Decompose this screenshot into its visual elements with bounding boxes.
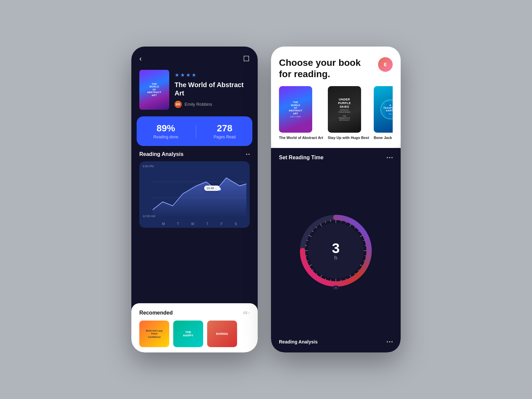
right-bottom-section: Set Reading Time — [271, 148, 401, 352]
screens-container: ‹ ☐ THE WORLD OF ABSTRACT ART ★ — [131, 47, 401, 352]
right-analysis-header: Reading Analysis — [279, 336, 393, 347]
book-info: ★ ★ ★ ★ The World of Abstract Art ER Emi… — [175, 72, 250, 108]
pause-indicator: II — [332, 286, 339, 290]
author-name: Emily Robbins — [185, 102, 212, 107]
dot-3 — [387, 157, 388, 158]
chart-x-labels: M T W T F S — [153, 220, 246, 226]
dot-1 — [246, 154, 247, 155]
pages-count: 278 — [214, 123, 236, 134]
svg-line-32 — [305, 245, 307, 245]
star-rating: ★ ★ ★ ★ — [175, 72, 250, 78]
book-thumb-3: ATEASPOONEARTH SEA — [374, 86, 393, 133]
x-label-t2: T — [206, 222, 208, 226]
user-avatar[interactable]: E — [378, 57, 393, 72]
book-cover: THE WORLD OF ABSTRACT ART — [139, 70, 169, 110]
timer-value: 3 — [332, 240, 339, 256]
bt-subtitle-2: EDITED BYFRANK BONESTHEMINNEAPOLISANTHOL… — [338, 109, 350, 121]
svg-line-37 — [320, 223, 322, 226]
x-label-f: F — [220, 222, 222, 226]
analysis-title: Reading Analysis — [139, 151, 184, 157]
bt-title-1: THEWORLDOFABSTRACTART — [289, 101, 303, 115]
star-1: ★ — [175, 72, 179, 78]
reading-done-label: Reading done — [153, 135, 178, 139]
analysis-header: Reading Analysis — [139, 151, 250, 157]
recommended-header: Recomended All › — [139, 310, 250, 316]
dot-2 — [248, 154, 250, 155]
book-label-3: Bone Jack : Sara Crowe — [374, 135, 393, 140]
bt-title-2: UNDERPURPLESKIES — [338, 98, 351, 108]
right-top-section: Choose your book for reading. E THEWORLD… — [271, 47, 401, 148]
book-title: The World of Abstract Art — [175, 81, 250, 97]
book-item-1[interactable]: THEWORLDOFABSTRACTART Emily Robin The Wo… — [279, 86, 323, 140]
analysis-section: Reading Analysis 9:00 PM 12:00 AM — [131, 146, 258, 301]
rec-book-1[interactable]: Bush and LucyFetchConfidence — [139, 321, 169, 347]
bt-subtitle-1: Emily Robin — [290, 116, 301, 118]
author-row: ER Emily Robbins — [175, 101, 250, 108]
reading-percent: 89% — [153, 123, 178, 134]
dot-4 — [389, 157, 390, 158]
star-2: ★ — [180, 72, 185, 78]
star-3: ★ — [186, 72, 191, 78]
book-label-2: Stay Up with Hugo Best — [328, 135, 369, 140]
book-item-2[interactable]: UNDERPURPLESKIES EDITED BYFRANK BONESTHE… — [328, 86, 369, 140]
recommended-card: Recomended All › Bush and LucyFetchConfi… — [131, 303, 258, 352]
book-label-1: The World of Abstract Art — [279, 135, 323, 140]
set-reading-menu[interactable] — [387, 157, 393, 158]
left-topbar: ‹ ☐ — [131, 47, 258, 67]
set-reading-header: Set Reading Time — [279, 148, 393, 165]
recommended-title: Recomended — [139, 310, 173, 316]
stats-card: 89% Reading done 278 Pages Read — [137, 116, 252, 146]
dot-8 — [391, 341, 393, 342]
bookmark-icon[interactable]: ☐ — [243, 55, 250, 63]
book-cover-inner: THE WORLD OF ABSTRACT ART — [139, 70, 169, 110]
stat-pages: 278 Pages Read — [214, 123, 236, 139]
rec-book-1-cover: Bush and LucyFetchConfidence — [139, 321, 169, 347]
back-button[interactable]: ‹ — [139, 55, 142, 63]
dot-5 — [391, 157, 393, 158]
chart-area: 9:00 PM 12:00 AM — [139, 161, 250, 228]
svg-line-39 — [331, 220, 331, 222]
chevron-right-icon: › — [248, 311, 250, 315]
set-reading-title: Set Reading Time — [279, 155, 324, 161]
rec-book-2[interactable]: THEHAPPY — [173, 321, 203, 347]
book-item-3[interactable]: ATEASPOONEARTH SEA Bone Jack : Sara Crow… — [374, 86, 393, 140]
right-analysis-menu[interactable] — [387, 341, 393, 342]
bt-title-3: ATEASPOONEARTH — [383, 104, 393, 112]
timer-container: 3 h II — [279, 165, 393, 336]
pages-label: Pages Read — [214, 135, 236, 139]
left-phone: ‹ ☐ THE WORLD OF ABSTRACT ART ★ — [131, 47, 258, 352]
rec-book-3-cover: BORING — [207, 321, 237, 347]
rec-book-3[interactable]: BORING — [207, 321, 237, 347]
rec-book-2-cover: THEHAPPY — [173, 321, 203, 347]
chart-svg-wrap: 10:48 ... — [153, 166, 246, 218]
stat-divider — [196, 125, 196, 138]
x-label-w: W — [191, 222, 194, 226]
stat-reading-done: 89% Reading done — [153, 123, 178, 139]
analysis-menu[interactable] — [246, 154, 250, 155]
x-label-s: S — [235, 222, 237, 226]
dot-6 — [387, 341, 388, 342]
bt-subtitle-3: SEA — [389, 113, 392, 115]
timer-circle[interactable]: 3 h II — [299, 214, 372, 287]
timer-display: 3 h — [332, 240, 339, 261]
chart-svg — [153, 166, 246, 218]
x-label-t1: T — [177, 222, 179, 226]
x-label-m: M — [162, 222, 165, 226]
right-analysis-title: Reading Analysis — [279, 339, 318, 344]
chart-tooltip: 10:48 ... — [204, 186, 220, 191]
recommended-all-button[interactable]: All › — [243, 311, 250, 315]
book-card: THE WORLD OF ABSTRACT ART ★ ★ ★ ★ The Wo… — [131, 67, 258, 116]
book-thumb-1: THEWORLDOFABSTRACTART Emily Robin — [279, 86, 312, 133]
choose-title: Choose your book for reading. — [279, 57, 365, 79]
right-top-header: Choose your book for reading. E — [279, 57, 393, 79]
right-phone: Choose your book for reading. E THEWORLD… — [271, 47, 401, 352]
dot-7 — [389, 341, 390, 342]
star-4: ★ — [192, 72, 196, 78]
books-scroll: THEWORLDOFABSTRACTART Emily Robin The Wo… — [279, 86, 393, 140]
cover-title: THE WORLD OF ABSTRACT ART — [147, 83, 162, 97]
recommended-books: Bush and LucyFetchConfidence THEHAPPY BO… — [139, 321, 250, 347]
svg-line-34 — [309, 235, 312, 237]
book-thumb-2: UNDERPURPLESKIES EDITED BYFRANK BONESTHE… — [328, 86, 361, 133]
author-avatar: ER — [175, 101, 182, 108]
